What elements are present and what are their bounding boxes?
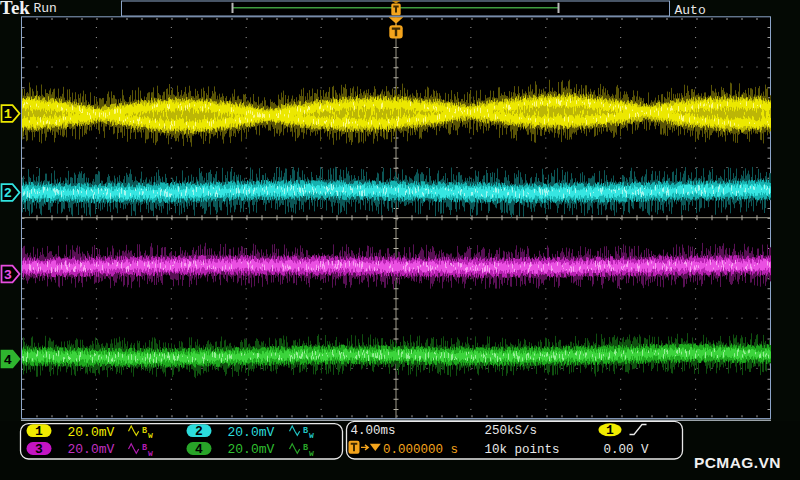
svg-text:1: 1 — [606, 423, 614, 438]
svg-text:Auto: Auto — [675, 3, 706, 18]
svg-text:PCMAG.VN: PCMAG.VN — [694, 454, 781, 471]
svg-text:250kS/s: 250kS/s — [485, 424, 538, 438]
svg-text:4.00ms: 4.00ms — [351, 424, 396, 438]
svg-text:2: 2 — [195, 424, 203, 439]
svg-text:3: 3 — [35, 442, 43, 457]
svg-text:1: 1 — [4, 107, 12, 122]
svg-text:B: B — [142, 443, 147, 453]
svg-text:0.000000 s: 0.000000 s — [383, 443, 458, 457]
svg-text:B: B — [303, 426, 308, 436]
svg-text:B: B — [142, 426, 147, 436]
svg-text:4: 4 — [4, 353, 12, 368]
svg-text:1: 1 — [35, 424, 43, 439]
svg-text:4: 4 — [195, 442, 203, 457]
svg-text:W: W — [148, 449, 153, 458]
svg-text:W: W — [309, 431, 314, 440]
svg-text:20.0mV: 20.0mV — [228, 442, 275, 457]
svg-text:3: 3 — [4, 268, 12, 283]
svg-text:W: W — [309, 449, 314, 458]
svg-text:2: 2 — [4, 186, 12, 201]
svg-text:W: W — [148, 431, 153, 440]
svg-text:Run: Run — [34, 1, 57, 16]
svg-text:Tek: Tek — [0, 0, 30, 18]
svg-text:10k points: 10k points — [485, 443, 560, 457]
svg-text:0.00 V: 0.00 V — [604, 443, 650, 457]
svg-text:20.0mV: 20.0mV — [228, 425, 275, 440]
svg-text:20.0mV: 20.0mV — [68, 425, 115, 440]
svg-text:20.0mV: 20.0mV — [68, 442, 115, 457]
svg-text:B: B — [303, 443, 308, 453]
